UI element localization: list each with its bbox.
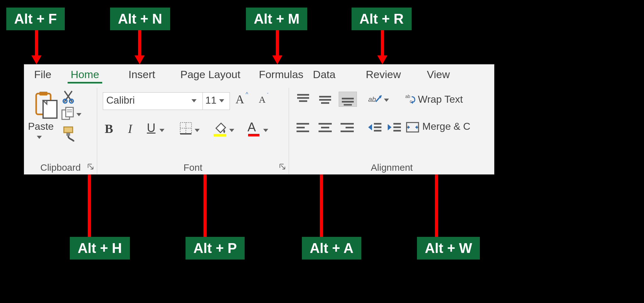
- tab-file[interactable]: File: [32, 66, 54, 82]
- underline-dropdown[interactable]: [159, 128, 164, 133]
- svg-marker-60: [388, 124, 391, 130]
- group-label-font: Font: [97, 162, 289, 173]
- decrease-font-button[interactable]: A: [259, 94, 266, 105]
- tab-view[interactable]: View: [424, 66, 452, 82]
- increase-font-button[interactable]: A: [236, 92, 244, 106]
- svg-marker-56: [368, 124, 372, 130]
- align-right-button[interactable]: [339, 121, 355, 134]
- svg-text:ab: ab: [368, 95, 376, 103]
- orientation-button[interactable]: ab: [368, 92, 383, 106]
- orientation-dropdown[interactable]: [384, 97, 389, 103]
- tab-page-layout[interactable]: Page Layout: [179, 66, 242, 82]
- group-clipboard: Paste Clipboard: [24, 88, 97, 174]
- format-painter-icon[interactable]: [62, 126, 76, 142]
- tab-home[interactable]: Home: [68, 66, 102, 82]
- align-middle-button[interactable]: [317, 93, 333, 106]
- font-launcher-icon[interactable]: [279, 163, 286, 170]
- svg-text:ab: ab: [405, 94, 410, 99]
- align-top-button[interactable]: [295, 93, 311, 106]
- shortcut-home: Alt + H: [70, 237, 130, 260]
- decrease-font-caret-icon: ˇ: [267, 92, 269, 97]
- increase-indent-button[interactable]: [387, 121, 402, 133]
- group-alignment: ab ab c Wrap Text: [289, 88, 494, 174]
- group-label-alignment: Alignment: [289, 162, 494, 173]
- svg-marker-67: [408, 125, 410, 129]
- svg-marker-1: [31, 55, 42, 64]
- svg-text:c: c: [410, 99, 412, 104]
- shortcut-data: Alt + A: [302, 237, 361, 260]
- svg-marker-3: [135, 55, 145, 64]
- borders-dropdown[interactable]: [195, 128, 200, 133]
- bold-button[interactable]: B: [105, 121, 113, 136]
- increase-font-caret-icon: ^: [246, 91, 248, 98]
- font-name-select[interactable]: Calibri: [103, 92, 203, 110]
- italic-button[interactable]: I: [128, 121, 132, 136]
- copy-icon[interactable]: [61, 107, 75, 121]
- fill-color-dropdown[interactable]: [229, 128, 234, 133]
- shortcut-review: Alt + R: [352, 8, 412, 30]
- shortcut-insert: Alt + N: [110, 8, 170, 30]
- shortcut-page: Alt + P: [186, 237, 245, 260]
- svg-rect-27: [64, 127, 73, 133]
- svg-rect-28: [66, 133, 70, 136]
- wrap-text-icon: ab c: [405, 94, 416, 104]
- align-center-button[interactable]: [317, 121, 333, 134]
- svg-marker-68: [415, 125, 417, 129]
- svg-marker-7: [377, 55, 387, 64]
- copy-dropdown[interactable]: [76, 112, 81, 117]
- paste-icon[interactable]: [34, 92, 59, 119]
- clipboard-launcher-icon[interactable]: [87, 163, 94, 170]
- group-label-clipboard: Clipboard: [24, 162, 97, 173]
- fill-color-button[interactable]: [213, 121, 227, 135]
- paste-dropdown[interactable]: [37, 134, 42, 140]
- font-color-dropdown[interactable]: [263, 128, 268, 133]
- underline-button[interactable]: U: [147, 121, 155, 135]
- svg-rect-17: [39, 92, 47, 95]
- merge-center-button[interactable]: Merge & C: [422, 121, 470, 132]
- shortcut-formulas: Alt + M: [246, 8, 307, 30]
- font-color-swatch: [248, 134, 259, 136]
- paste-button[interactable]: Paste: [28, 121, 54, 132]
- tab-formulas[interactable]: Formulas: [258, 66, 305, 82]
- tab-insert[interactable]: Insert: [126, 66, 158, 82]
- merge-center-icon: [406, 122, 419, 133]
- tab-data[interactable]: Data: [312, 66, 337, 82]
- cut-icon[interactable]: [63, 90, 76, 103]
- svg-marker-5: [272, 55, 282, 64]
- fill-color-swatch: [214, 134, 226, 136]
- tab-review[interactable]: Review: [364, 66, 402, 82]
- shortcut-file: Alt + F: [6, 8, 65, 30]
- excel-ribbon: File Home Insert Page Layout Formulas Da…: [24, 64, 494, 174]
- borders-button[interactable]: [180, 122, 192, 134]
- font-name-dropdown[interactable]: [192, 98, 197, 104]
- group-font: Calibri 11 A ^ A ˇ B I U A Font: [97, 88, 289, 174]
- wrap-text-button[interactable]: Wrap Text: [418, 94, 463, 105]
- align-left-button[interactable]: [295, 121, 311, 134]
- decrease-indent-button[interactable]: [368, 121, 382, 133]
- font-size-dropdown[interactable]: [219, 98, 224, 104]
- ribbon-tabs: File Home Insert Page Layout Formulas Da…: [24, 66, 494, 84]
- align-bottom-button[interactable]: [339, 92, 357, 107]
- font-size-select[interactable]: 11: [203, 92, 230, 110]
- font-color-button[interactable]: A: [247, 120, 256, 134]
- shortcut-view: Alt + W: [417, 237, 480, 260]
